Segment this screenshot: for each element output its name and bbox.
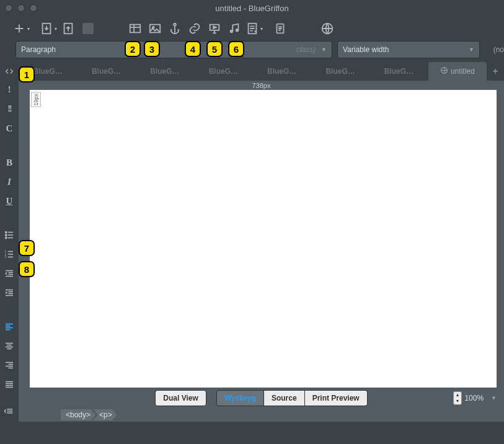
unordered-list-button[interactable] bbox=[2, 229, 17, 241]
window-controls bbox=[5, 4, 37, 12]
globe-icon bbox=[440, 66, 448, 76]
align-left-button[interactable] bbox=[2, 321, 17, 332]
image-button[interactable] bbox=[146, 20, 164, 37]
direction-button[interactable] bbox=[2, 405, 17, 417]
align-center-button[interactable] bbox=[2, 340, 17, 352]
document-tab[interactable]: BlueG… bbox=[136, 62, 194, 81]
training-badge-7: 7 bbox=[19, 240, 35, 256]
indent-button[interactable] bbox=[2, 286, 17, 298]
strong-emphasis-button[interactable]: !! bbox=[2, 104, 17, 115]
video-button[interactable] bbox=[206, 20, 223, 37]
link-button[interactable] bbox=[186, 20, 203, 37]
dom-breadcrumb: <body> <p> bbox=[19, 408, 504, 422]
training-badge-4: 4 bbox=[185, 41, 201, 57]
stop-button bbox=[79, 20, 97, 37]
training-badge-5: 5 bbox=[206, 41, 223, 57]
svg-point-15 bbox=[6, 237, 7, 238]
wysiwyg-button[interactable]: Wysiwyg bbox=[216, 390, 264, 406]
svg-rect-2 bbox=[130, 25, 141, 33]
minimize-window-button[interactable] bbox=[17, 4, 25, 12]
format-sidebar: ! !! C B I U 123 bbox=[0, 81, 19, 422]
underline-button[interactable]: U bbox=[2, 195, 17, 207]
browse-button[interactable] bbox=[319, 20, 336, 37]
zoom-value: 100% bbox=[464, 394, 484, 402]
new-button[interactable]: ▾ bbox=[12, 20, 30, 37]
outdent-button[interactable] bbox=[2, 267, 17, 279]
training-badge-3: 3 bbox=[144, 41, 160, 57]
italic-button[interactable]: I bbox=[2, 176, 17, 188]
format-dropdown-row: Paragraph ▼ class) ▼ Variable width ▼ (n… bbox=[0, 41, 504, 58]
form-button[interactable]: ▾ bbox=[245, 20, 263, 37]
table-button[interactable] bbox=[126, 20, 144, 37]
zoom-dropdown-icon[interactable]: ▼ bbox=[491, 395, 497, 401]
svg-point-14 bbox=[6, 234, 7, 236]
editor-area: ! !! C B I U 123 bbox=[0, 81, 504, 422]
open-button[interactable]: ▾ bbox=[40, 20, 57, 37]
align-right-button[interactable] bbox=[2, 359, 17, 371]
ruler-left bbox=[19, 90, 30, 388]
titlebar: untitled - BlueGriffon bbox=[0, 0, 504, 16]
document-tab[interactable]: BlueG… bbox=[369, 62, 428, 81]
main-toolbar: ▾ ▾ ▾ bbox=[0, 16, 504, 41]
font-select-value: Variable width bbox=[343, 45, 389, 54]
zoom-control: ▴ ▾ 100% ▼ bbox=[453, 391, 497, 405]
training-badge-1: 1 bbox=[19, 66, 35, 82]
font-size-hint: (no bbox=[485, 41, 504, 58]
print-preview-button[interactable]: Print Preview bbox=[305, 390, 368, 406]
document-container: 738px 19px Dual View Wysiwyg Source Prin… bbox=[19, 81, 504, 422]
document-tab-active[interactable]: untitled bbox=[428, 62, 487, 81]
document-tab[interactable]: BlueG… bbox=[194, 62, 252, 81]
training-badge-8: 8 bbox=[19, 261, 35, 277]
audio-button[interactable] bbox=[226, 20, 243, 37]
close-window-button[interactable] bbox=[5, 4, 12, 12]
window-title: untitled - BlueGriffon bbox=[0, 4, 504, 13]
emphasis-button[interactable]: ! bbox=[2, 84, 17, 96]
training-badge-2: 2 bbox=[125, 41, 141, 57]
code-view-icon[interactable] bbox=[4, 66, 15, 77]
document-tab[interactable]: BlueG… bbox=[77, 62, 135, 81]
breadcrumb-body[interactable]: <body> bbox=[61, 409, 95, 420]
document-tab[interactable]: BlueG… bbox=[311, 62, 369, 81]
svg-text:3: 3 bbox=[5, 255, 7, 259]
document-tabs-row: BlueG… BlueG… BlueG… BlueG… BlueG… BlueG… bbox=[0, 62, 504, 81]
class-select-placeholder: class) bbox=[296, 45, 316, 54]
document-tab[interactable]: BlueG… bbox=[253, 62, 311, 81]
new-tab-button[interactable]: + bbox=[487, 66, 504, 77]
maximize-window-button[interactable] bbox=[30, 4, 37, 12]
ruler-top: 738px bbox=[19, 81, 504, 90]
paragraph-select-value: Paragraph bbox=[21, 45, 56, 54]
bold-button[interactable]: B bbox=[2, 157, 17, 169]
zoom-stepper[interactable]: ▴ ▾ bbox=[453, 391, 462, 405]
align-justify-button[interactable] bbox=[2, 378, 17, 390]
class-select[interactable]: class) ▼ bbox=[242, 41, 332, 58]
dual-view-button[interactable]: Dual View bbox=[155, 390, 206, 406]
training-badge-6: 6 bbox=[228, 41, 244, 57]
source-button[interactable]: Source bbox=[264, 390, 305, 406]
page-width-label: 738px bbox=[252, 82, 271, 89]
svg-point-13 bbox=[6, 231, 7, 233]
svg-point-7 bbox=[231, 30, 233, 33]
ordered-list-button[interactable]: 123 bbox=[2, 249, 17, 260]
font-select[interactable]: Variable width ▼ bbox=[337, 41, 480, 58]
document-page[interactable]: 19px bbox=[30, 90, 497, 388]
svg-point-8 bbox=[236, 29, 239, 32]
line-height-indicator: 19px bbox=[31, 92, 41, 107]
document-tabs: BlueG… BlueG… BlueG… BlueG… BlueG… BlueG… bbox=[19, 62, 487, 81]
breadcrumb-p[interactable]: <p> bbox=[93, 409, 117, 420]
document-icon-button[interactable] bbox=[272, 20, 289, 37]
save-button[interactable] bbox=[60, 20, 77, 37]
zoom-up-icon[interactable]: ▴ bbox=[454, 392, 461, 398]
view-controls: Dual View Wysiwyg Source Print Preview ▴… bbox=[19, 388, 504, 407]
svg-point-5 bbox=[174, 24, 176, 26]
zoom-down-icon[interactable]: ▾ bbox=[454, 398, 461, 404]
case-button[interactable]: C bbox=[2, 123, 17, 135]
anchor-button[interactable] bbox=[166, 20, 183, 37]
